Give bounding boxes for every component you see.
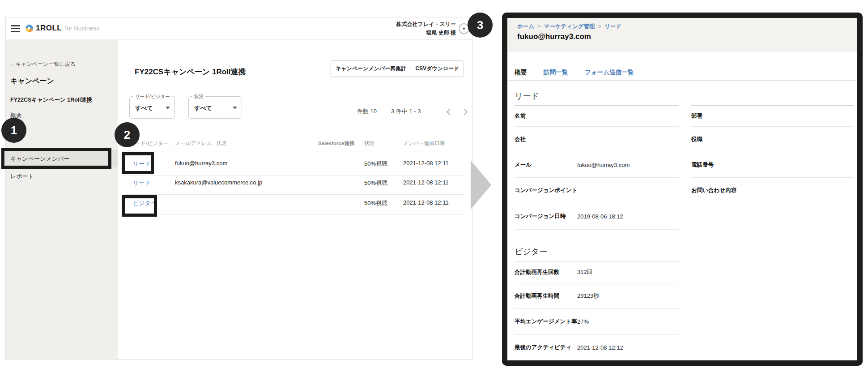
field-conversion-date: コンバージョン日時 2019-08-06 18:12 <box>515 203 679 230</box>
detail-title-email: fukuo@hurray3.com <box>517 32 591 41</box>
field-department: 部署 <box>691 105 854 127</box>
field-label: 会社 <box>515 136 577 143</box>
table-header-divider <box>124 151 464 151</box>
breadcrumb: ホーム>マーケティング管理>リード <box>517 23 621 30</box>
field-phone: 電話番号 <box>691 152 854 178</box>
breadcrumb-marketing[interactable]: マーケティング管理 <box>544 23 595 30</box>
field-value: 27% <box>577 318 589 325</box>
row2-type-link[interactable]: リード <box>133 179 151 187</box>
filter-label: リード/ビジター <box>133 94 172 100</box>
breadcrumb-separator: > <box>537 23 540 30</box>
field-label: 名前 <box>515 112 577 120</box>
row1-email: fukuo@hurray3.com <box>175 160 227 167</box>
field-label: 平均エンゲージメント率 <box>515 318 577 325</box>
field-total-play-time: 合計動画再生時間 29123秒 <box>515 283 679 309</box>
page-range-label: 3 件中 1 - 3 <box>391 107 421 116</box>
dropdown-caret-icon <box>233 107 237 109</box>
visitor-section-heading: ビジター <box>515 246 547 257</box>
logo-text: 1ROLL <box>36 24 62 33</box>
field-label: 電話番号 <box>691 161 754 169</box>
row2-status: 50%視聴 <box>364 179 387 187</box>
highlight-box-visitor-link <box>122 195 157 217</box>
user-block: 株式会社フレイ・スリー 福尾 史郎 様 <box>396 20 456 37</box>
column-header-email: メールアドレス、氏名 <box>175 140 227 147</box>
row1-status: 50%視聴 <box>364 160 387 168</box>
field-email: メール fukuo@hurray3.com <box>515 152 679 178</box>
filter-label: 状況 <box>192 94 205 100</box>
tab-visit-list[interactable]: 訪問一覧 <box>544 68 568 77</box>
step-2-badge: 2 <box>115 122 140 147</box>
field-last-activity: 最後のアクティビティ 2021-12-08 12:12 <box>515 335 679 360</box>
field-label: 部署 <box>691 112 754 120</box>
lead-visitor-filter-select[interactable]: リード/ビジター すべて <box>129 96 175 119</box>
sidebar-item-report[interactable]: レポート <box>10 172 34 180</box>
lead-detail-panel: ホーム>マーケティング管理>リード fukuo@hurray3.com 概要 訪… <box>502 13 863 366</box>
field-company: 会社 <box>515 127 679 152</box>
filter-value: すべて <box>135 104 153 112</box>
field-label: 最後のアクティビティ <box>515 344 577 351</box>
tab-overview[interactable]: 概要 <box>515 68 527 77</box>
field-label: コンバージョンポイント <box>515 187 577 194</box>
column-header-salesforce: Salesforce連携 <box>318 140 354 147</box>
menu-icon[interactable] <box>11 25 20 32</box>
field-label: 合計動画再生時間 <box>515 292 577 300</box>
field-label: 役職 <box>691 136 754 143</box>
logo-play-icon <box>26 25 33 32</box>
detail-header-bar: ホーム>マーケティング管理>リード fukuo@hurray3.com <box>507 18 857 52</box>
field-conversion-point: コンバージョンポイント - <box>515 178 679 203</box>
status-filter-select[interactable]: 状況 すべて <box>188 96 242 119</box>
field-position: 役職 <box>691 127 854 152</box>
column-header-added: メンバー追加日時 <box>403 140 445 147</box>
back-to-campaign-list-link[interactable]: ←キャンペーン一覧に戻る <box>10 60 76 68</box>
column-header-status: 状況 <box>364 140 374 147</box>
next-page-icon[interactable] <box>461 109 468 115</box>
prev-page-icon[interactable] <box>447 109 453 115</box>
row3-status: 50%視聴 <box>364 199 387 207</box>
breadcrumb-lead[interactable]: リード <box>604 23 621 30</box>
field-name: 名前 <box>515 105 679 127</box>
step-1-badge: 1 <box>1 118 26 143</box>
highlight-box-lead-link <box>122 152 154 174</box>
lead-section-heading: リード <box>515 91 539 102</box>
dropdown-caret-icon <box>166 107 170 109</box>
item-count-label: 件数 10 <box>357 107 377 116</box>
field-total-plays: 合計動画再生回数 312回 <box>515 261 679 283</box>
detail-tabs: 概要 訪問一覧 フォーム送信一覧 <box>507 64 857 81</box>
highlight-box-campaign-members <box>1 148 111 169</box>
csv-download-button[interactable]: CSVダウンロード <box>411 60 464 77</box>
field-inquiry: お問い合わせ内容 <box>691 178 854 203</box>
field-label: コンバージョン日時 <box>515 213 577 220</box>
row1-added-date: 2021-12-08 12:11 <box>403 160 449 167</box>
field-label: メール <box>515 161 577 169</box>
recalculate-members-button[interactable]: キャンペーンメンバー再集計 <box>331 60 411 77</box>
field-label: 合計動画再生回数 <box>515 269 577 276</box>
tab-form-submissions[interactable]: フォーム送信一覧 <box>585 68 634 77</box>
field-avg-engagement: 平均エンゲージメント率 27% <box>515 309 679 335</box>
campaign-app-window: 1ROLL for Business 株式会社フレイ・スリー 福尾 史郎 様 ←… <box>5 17 472 359</box>
company-name: 株式会社フレイ・スリー <box>396 20 456 29</box>
app-logo[interactable]: 1ROLL for Business <box>26 24 99 33</box>
campaign-members-content: FY22CSキャンペーン 1Roll連携 キャンペーンメンバー再集計 CSVダウ… <box>118 40 472 359</box>
sidebar: ←キャンペーン一覧に戻る キャンペーン FY22CSキャンペーン 1Roll連携… <box>6 40 118 359</box>
field-value: - <box>577 187 579 194</box>
app-header: 1ROLL for Business 株式会社フレイ・スリー 福尾 史郎 様 <box>6 17 472 40</box>
toolbar: キャンペーンメンバー再集計 CSVダウンロード <box>331 60 464 77</box>
field-value: 2019-08-06 18:12 <box>577 213 623 220</box>
field-value: 2021-12-08 12:12 <box>577 344 623 351</box>
field-value: 29123秒 <box>577 292 599 300</box>
transition-arrow-icon <box>471 160 491 210</box>
sidebar-title: キャンペーン <box>10 77 54 86</box>
page-title: FY22CSキャンペーン 1Roll連携 <box>135 67 246 77</box>
field-value: 312回 <box>577 268 593 276</box>
breadcrumb-separator: > <box>598 23 601 30</box>
row2-email: ksakakura@valuecommerce.co.jp <box>175 179 262 186</box>
screenshot-canvas: 1ROLL for Business 株式会社フレイ・スリー 福尾 史郎 様 ←… <box>0 0 868 368</box>
row3-added-date: 2021-12-08 12:11 <box>403 199 449 206</box>
row-divider <box>124 214 464 214</box>
breadcrumb-home[interactable]: ホーム <box>517 23 534 30</box>
logo-suffix: for Business <box>65 25 99 32</box>
field-label: お問い合わせ内容 <box>691 187 754 194</box>
user-name: 福尾 史郎 様 <box>396 29 456 37</box>
filter-value: すべて <box>194 104 212 112</box>
step-3-badge: 3 <box>468 13 493 38</box>
